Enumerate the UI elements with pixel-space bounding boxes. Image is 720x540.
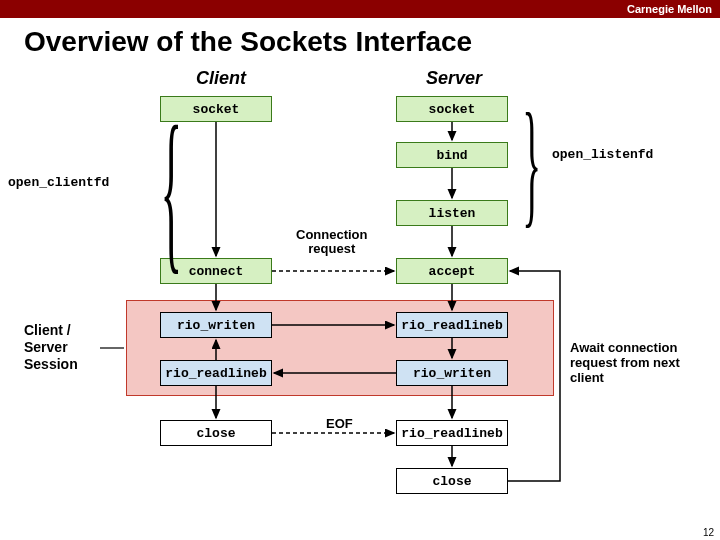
label-open-clientfd: open_clientfd — [8, 175, 109, 190]
brace-clientfd: { — [160, 92, 182, 287]
label-connection-request: Connection request — [296, 228, 368, 256]
label-await: Await connection request from next clien… — [570, 340, 680, 385]
box-server-rio-readlineb-2: rio_readlineb — [396, 420, 508, 446]
top-bar: Carnegie Mellon — [0, 0, 720, 18]
box-server-close: close — [396, 468, 508, 494]
box-client-rio-writen: rio_writen — [160, 312, 272, 338]
server-column-header: Server — [426, 68, 482, 89]
brand-label: Carnegie Mellon — [627, 3, 712, 15]
box-bind: bind — [396, 142, 508, 168]
box-server-socket: socket — [396, 96, 508, 122]
slide-title: Overview of the Sockets Interface — [24, 26, 720, 58]
label-session: Client /ServerSession — [24, 322, 104, 373]
client-column-header: Client — [196, 68, 246, 89]
box-server-rio-writen: rio_writen — [396, 360, 508, 386]
box-server-rio-readlineb: rio_readlineb — [396, 312, 508, 338]
brace-listenfd: } — [522, 92, 541, 232]
label-eof: EOF — [326, 416, 353, 431]
box-accept: accept — [396, 258, 508, 284]
box-client-rio-readlineb: rio_readlineb — [160, 360, 272, 386]
box-listen: listen — [396, 200, 508, 226]
page-number: 12 — [703, 527, 714, 538]
label-open-listenfd: open_listenfd — [552, 147, 653, 162]
box-client-close: close — [160, 420, 272, 446]
